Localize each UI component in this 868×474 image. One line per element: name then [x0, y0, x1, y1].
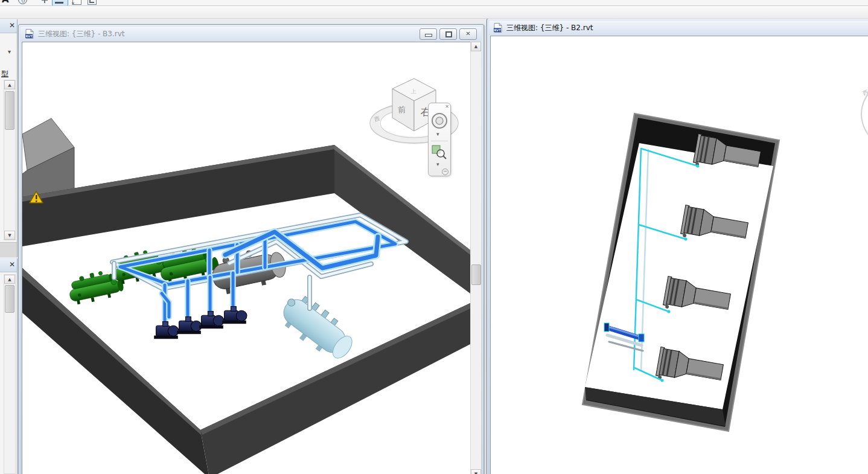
ribbon-toolbar-fragment: A	[0, 0, 868, 6]
svg-text:RVT: RVT	[494, 28, 501, 32]
pump-unit[interactable]	[154, 322, 179, 339]
close-icon[interactable]: ✕	[445, 104, 449, 109]
browser-panel-header[interactable]: ✕	[0, 258, 17, 272]
scrollbar-thumb[interactable]	[5, 91, 14, 130]
zoom-icon[interactable]	[432, 144, 447, 160]
viewcube-compass-fragment[interactable]: 西	[861, 73, 868, 155]
window-titlebar[interactable]: RVT 三维视图: {三维} - B3.rvt ✕	[21, 27, 482, 41]
chevron-down-icon[interactable]: ▾	[436, 131, 439, 137]
svg-text:RVT: RVT	[25, 34, 33, 38]
pump-unit[interactable]	[199, 312, 224, 329]
lightblue-tank[interactable]	[274, 289, 360, 367]
b2-view-client[interactable]: 西	[490, 36, 868, 474]
restore-button[interactable]	[439, 28, 457, 40]
navbar-divider	[431, 141, 448, 141]
window-title: 三维视图: {三维} - B3.rvt	[38, 29, 125, 39]
properties-panel-fragment: ✕ ▾ 型 ▲ ▼	[0, 19, 18, 257]
window-titlebar[interactable]: RVT 三维视图: {三维} - B2.rvt	[489, 21, 868, 35]
window-title: 三维视图: {三维} - B2.rvt	[506, 23, 593, 33]
view-window-b2[interactable]: RVT 三维视图: {三维} - B2.rvt	[487, 18, 868, 474]
scroll-down-icon[interactable]: ▼	[471, 469, 481, 474]
panel-footer-fragment	[0, 242, 17, 257]
rvt-file-icon: RVT	[25, 29, 34, 39]
chevron-down-icon[interactable]: ▾	[8, 48, 11, 55]
pin-icon[interactable]	[42, 0, 48, 3]
viewcube-top-label[interactable]: 上	[411, 88, 416, 94]
viewcube-front-label[interactable]: 前	[398, 105, 406, 115]
view-window-b3[interactable]: RVT 三维视图: {三维} - B3.rvt ✕	[18, 24, 484, 474]
browser-scrollbar[interactable]: ▲	[4, 274, 16, 474]
collapse-icon[interactable]: −	[442, 168, 448, 175]
scroll-up-icon[interactable]: ▲	[471, 42, 481, 51]
properties-scrollbar[interactable]: ▲ ▼	[4, 80, 16, 240]
steering-wheel-icon[interactable]	[429, 110, 450, 131]
pump-unit[interactable]	[177, 317, 202, 335]
properties-panel-header[interactable]: ✕	[0, 19, 17, 33]
pump-unit[interactable]	[222, 307, 247, 324]
gray-equipment-box[interactable]	[22, 118, 74, 200]
manage-link-icon[interactable]	[88, 0, 97, 5]
room-walls[interactable]	[22, 145, 470, 474]
b3-3d-scene[interactable]: 西 南 东 上 前 右	[22, 42, 470, 474]
scrollbar-thumb[interactable]	[471, 264, 481, 285]
chevron-down-icon[interactable]: ▾	[436, 161, 439, 167]
navigation-bar[interactable]: ✕ ▾ ▾ −	[428, 103, 451, 176]
minimize-button[interactable]	[420, 28, 437, 40]
scroll-up-icon[interactable]: ▲	[4, 275, 15, 284]
globe-icon[interactable]	[18, 0, 27, 4]
scrollbar-thumb[interactable]	[5, 285, 14, 313]
unload-link-icon[interactable]	[72, 0, 81, 5]
b3-vertical-scrollbar[interactable]: ▲ ▼	[470, 42, 481, 474]
close-button[interactable]: ✕	[459, 28, 477, 40]
close-icon[interactable]: ✕	[9, 260, 15, 269]
scroll-down-icon[interactable]: ▼	[4, 231, 15, 240]
b3-view-client[interactable]: 西 南 东 上 前 右 ✕ ▾	[22, 42, 471, 474]
ribbon-bottom-strip	[0, 6, 868, 19]
project-browser-panel-fragment: ✕ ▲	[0, 258, 18, 474]
rvt-file-icon: RVT	[493, 23, 503, 33]
scroll-up-icon[interactable]: ▲	[4, 80, 15, 89]
text-tool-icon[interactable]: A	[2, 0, 9, 5]
b2-3d-scene[interactable]: 西	[491, 36, 868, 474]
edit-type-link-fragment[interactable]: 型	[1, 69, 8, 79]
close-icon[interactable]: ✕	[9, 21, 15, 30]
highlighted-tool-icon[interactable]	[52, 0, 68, 6]
revit-workspace: A ✕ ▾ 型 ▲ ▼ ✕ ▲	[0, 0, 868, 474]
